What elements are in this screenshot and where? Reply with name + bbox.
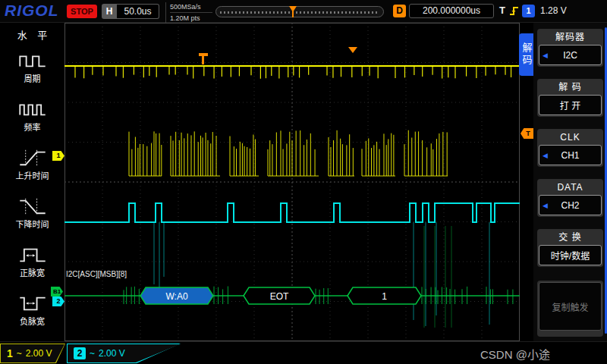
measure-item-label: 频率 xyxy=(24,121,41,133)
period-icon xyxy=(17,51,48,71)
ch1-scale: 2.00 V xyxy=(26,348,52,359)
horizontal-timebase[interactable]: H 50.0us xyxy=(102,4,159,19)
measure-item-label: 正脉宽 xyxy=(20,266,45,278)
timebase-value: 50.0us xyxy=(117,4,159,19)
menu-section-decode-onoff: 解 码 打 开 xyxy=(537,79,603,117)
measure-item-pos-width[interactable]: 正脉宽 xyxy=(0,237,64,286)
menu-value: CH2 xyxy=(561,200,579,211)
ch2-coupling-icon: ~ xyxy=(90,348,95,359)
trigger-source-badge[interactable]: 1 xyxy=(522,5,535,17)
neg-pulse-width-icon xyxy=(17,293,48,313)
menu-section-data: DATA ◀ CH2 xyxy=(537,179,603,217)
horizontal-position-bar[interactable] xyxy=(215,6,384,17)
menu-value: I2C xyxy=(563,50,577,61)
menu-value: 复制触发 xyxy=(552,300,588,313)
memory-depth: 1.20M pts xyxy=(170,14,212,23)
swap-clock-data-button[interactable]: 时钟/数据 xyxy=(539,245,602,265)
left-arrow-icon: ◀ xyxy=(543,52,548,59)
waveform-canvas: W:A0EOT1 xyxy=(64,23,520,341)
channel-status-bar: 1 ~ 2.00 V 2 ~ 2.00 V CSDN @小途 xyxy=(0,341,607,364)
h-label: H xyxy=(102,4,117,19)
menu-section-clk: CLK ◀ CH1 xyxy=(537,129,603,167)
ch2-tab[interactable]: 2 ~ 2.00 V xyxy=(67,344,181,363)
ch2-scale: 2.00 V xyxy=(99,348,125,359)
ch1-tab[interactable]: 1 ~ 2.00 V xyxy=(0,344,65,363)
trigger-position-icon xyxy=(348,47,357,53)
measure-item-label: 负脉宽 xyxy=(20,315,45,327)
menu-section-swap: 交 换 时钟/数据 xyxy=(537,229,603,267)
menu-section-decoder: 解码器 ◀ I2C xyxy=(537,29,603,67)
pos-pulse-width-icon xyxy=(17,245,48,265)
menu-value: CH1 xyxy=(561,150,579,161)
decoder-type-button[interactable]: ◀ I2C xyxy=(539,45,602,65)
delay-label: D xyxy=(393,5,406,17)
decode-onoff-button[interactable]: 打 开 xyxy=(539,95,602,115)
menu-title: CLK xyxy=(539,130,602,145)
trigger-level-value: 1.28 V xyxy=(540,5,567,16)
ch1-number: 1 xyxy=(7,347,13,359)
clk-source-button[interactable]: ◀ CH1 xyxy=(539,145,602,165)
fall-time-icon xyxy=(17,196,48,216)
menu-section-copy-trigger: 复制触发 xyxy=(537,281,603,337)
trigger-position-stem xyxy=(292,11,294,17)
left-arrow-icon: ◀ xyxy=(543,202,548,209)
svg-text:1: 1 xyxy=(382,291,387,302)
ch2-number: 2 xyxy=(74,347,86,359)
ch1-coupling-icon: ~ xyxy=(17,348,22,359)
oscilloscope-screen: RIGOL STOP H 50.0us 500MSa/s 1.20M pts D… xyxy=(0,0,607,364)
menu-title: 交 换 xyxy=(539,231,602,245)
sample-rate: 500MSa/s xyxy=(170,2,212,13)
measure-item-label: 下降时间 xyxy=(16,218,49,230)
measure-item-label: 上升时间 xyxy=(16,169,49,181)
soft-menu-panel: 解码器 ◀ I2C 解 码 打 开 CLK ◀ CH1 DATA ◀ CH2 xyxy=(533,23,607,341)
measure-sidebar-title: 水 平 xyxy=(0,23,64,43)
top-status-bar: RIGOL STOP H 50.0us 500MSa/s 1.20M pts D… xyxy=(0,0,607,23)
measure-item-period[interactable]: 周期 xyxy=(0,43,64,92)
delay-value[interactable]: 200.000000us xyxy=(409,4,494,18)
data-source-button[interactable]: ◀ CH2 xyxy=(539,195,602,215)
trigger-level-tag[interactable]: T xyxy=(521,128,533,139)
menu-value: 打 开 xyxy=(560,99,580,111)
copy-trigger-button[interactable]: 复制触发 xyxy=(539,282,602,331)
decode-menu-tab[interactable]: 解码 xyxy=(519,33,534,76)
decode-bus-label: I2C[ASC][MSB][8] xyxy=(66,270,127,278)
measure-item-rise-time[interactable]: 上升时间 xyxy=(0,140,64,189)
waveform-display-area: W:A0EOT1 I2C[ASC][MSB][8] xyxy=(64,23,520,341)
rigol-logo: RIGOL xyxy=(5,2,59,20)
run-state-badge: STOP xyxy=(67,5,97,18)
acquisition-info: 500MSa/s 1.20M pts xyxy=(165,2,212,23)
frequency-icon xyxy=(17,99,48,119)
left-arrow-icon: ◀ xyxy=(543,152,548,159)
delay-marker-stem xyxy=(202,56,204,64)
rise-time-icon xyxy=(17,148,48,168)
watermark: CSDN @小途 xyxy=(480,346,550,362)
menu-value: 时钟/数据 xyxy=(551,249,590,262)
measure-item-fall-time[interactable]: 下降时间 xyxy=(0,189,64,237)
measure-item-label: 周期 xyxy=(24,72,41,84)
menu-title: 解 码 xyxy=(539,80,602,95)
menu-title: 解码器 xyxy=(539,30,602,45)
measure-item-frequency[interactable]: 频率 xyxy=(0,92,64,140)
svg-text:W:A0: W:A0 xyxy=(165,291,187,302)
trigger-slope-icon xyxy=(509,5,519,17)
menu-title: DATA xyxy=(539,180,602,195)
trigger-label: T xyxy=(499,5,505,16)
svg-text:EOT: EOT xyxy=(270,291,289,302)
